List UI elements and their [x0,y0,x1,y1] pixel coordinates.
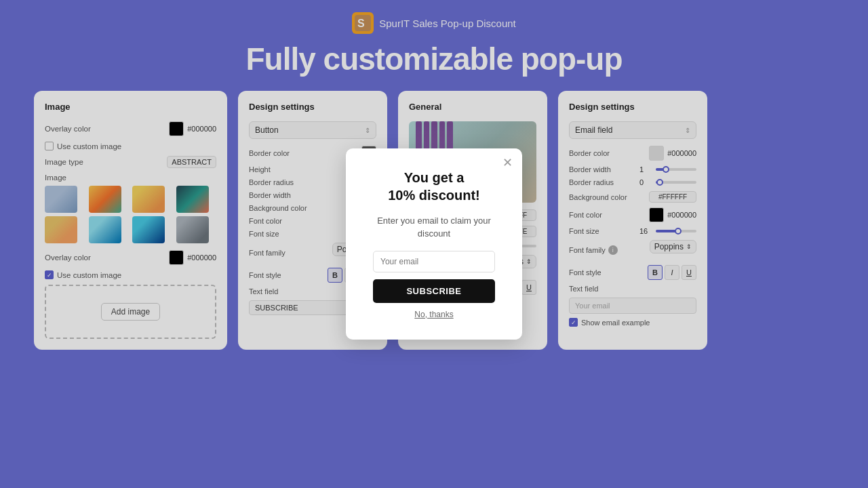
popup-subtitle: Enter you email to claim your discount [373,215,495,239]
popup-card: ✕ You get a10% discount! Enter you email… [346,148,522,339]
popup-subscribe-button[interactable]: SUBSCRIBE [373,279,495,303]
popup-no-thanks-link[interactable]: No, thanks [373,310,495,319]
popup-overlay: ✕ You get a10% discount! Enter you email… [0,0,868,488]
popup-close-button[interactable]: ✕ [502,155,513,170]
popup-title: You get a10% discount! [373,169,495,204]
popup-email-input[interactable] [373,251,495,272]
